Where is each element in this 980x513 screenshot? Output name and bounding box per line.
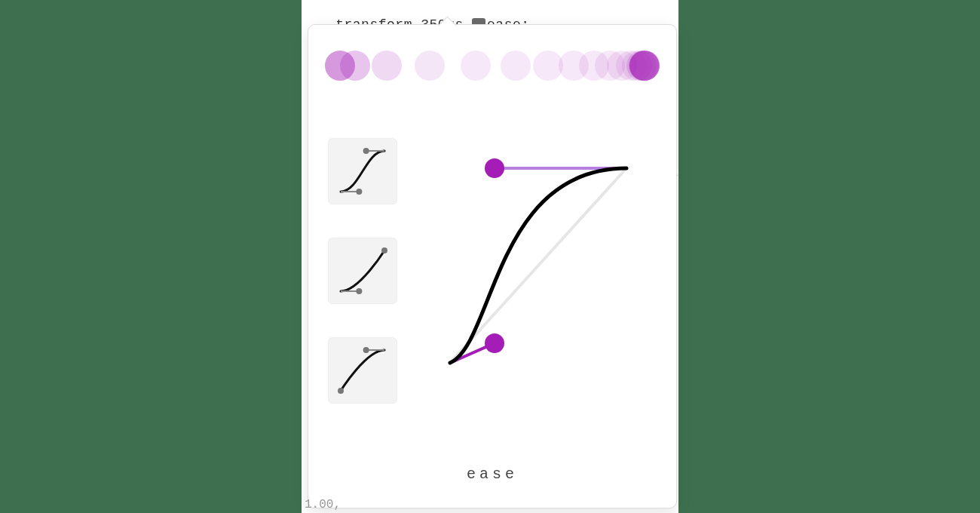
svg-line-12	[450, 168, 626, 363]
page-margin-left	[0, 0, 302, 513]
preview-dot	[372, 51, 402, 81]
svg-point-6	[356, 288, 362, 294]
bezier-editor-popover: ease	[308, 24, 677, 508]
stage: transform 350ms ease; s	[302, 0, 678, 513]
preview-dot	[340, 51, 370, 81]
preview-dot	[461, 51, 491, 81]
easing-name-label: ease	[308, 465, 676, 483]
svg-point-11	[363, 347, 369, 353]
svg-point-2	[356, 189, 362, 195]
bezier-svg	[436, 153, 640, 372]
preset-ease-out[interactable]	[328, 337, 397, 404]
svg-point-3	[363, 148, 369, 154]
preset-list	[328, 138, 403, 437]
bg-bottom-text: 1.00,	[305, 498, 341, 511]
bezier-handle-p1[interactable]	[485, 333, 504, 353]
preview-dot	[415, 51, 445, 81]
preset-ease-in[interactable]	[328, 238, 397, 304]
bezier-canvas[interactable]	[436, 153, 640, 372]
easing-preview-track	[325, 43, 660, 88]
preview-dot	[501, 51, 531, 81]
preset-ease-in-out[interactable]	[328, 138, 397, 204]
svg-point-7	[381, 247, 387, 253]
bezier-handle-p2[interactable]	[485, 158, 504, 178]
preview-dot	[629, 51, 660, 81]
page-margin-right	[678, 0, 980, 513]
svg-point-10	[338, 388, 344, 394]
